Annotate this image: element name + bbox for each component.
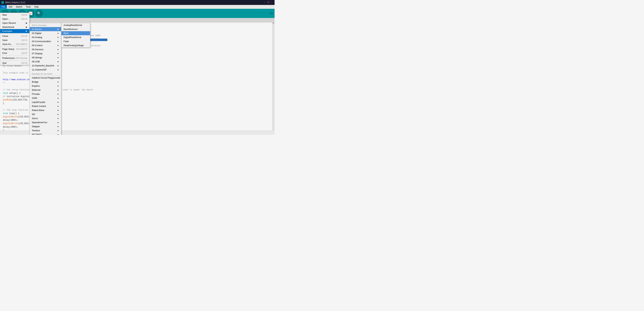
- file-menu-sketchbook[interactable]: Sketchbook ▶: [0, 25, 30, 29]
- examples-robotcontrol[interactable]: Robot Control ▶: [30, 104, 61, 108]
- examples-submenu: Built-in Examples 01.Basics ▶ 02.Digital…: [30, 23, 61, 135]
- basics-fade[interactable]: Fade: [62, 39, 90, 43]
- examples-08strings[interactable]: 08.Strings ▶: [30, 56, 61, 60]
- basics-analogreadserial[interactable]: AnalogReadSerial: [62, 23, 90, 27]
- file-menu-dropdown: New Ctrl+N Open... Ctrl+O Open Recent ▶ …: [0, 13, 30, 65]
- file-menu-examples[interactable]: Examples ▶: [0, 29, 30, 33]
- board-selector[interactable]: [270, 13, 273, 14]
- examples-06sensors[interactable]: 06.Sensors ▶: [30, 47, 61, 52]
- examples-01basics[interactable]: 01.Basics ▶: [30, 27, 61, 31]
- basics-bareminimum[interactable]: BareMinimum: [62, 27, 90, 31]
- file-menu-save[interactable]: Save Ctrl+S: [0, 38, 30, 42]
- examples-02digital[interactable]: 02.Digital ▶: [30, 31, 61, 35]
- menu-file[interactable]: File: [0, 5, 7, 9]
- examples-robotmotor[interactable]: Robot Motor ▶: [30, 108, 61, 112]
- examples-03analog[interactable]: 03.Analog ▶: [30, 35, 61, 39]
- basics-readanalogvoltage[interactable]: ReadAnalogVoltage: [62, 43, 90, 47]
- examples-11arduinoisp[interactable]: 11.ArduinoISP ▶: [30, 68, 61, 72]
- window-title: Blink | Arduino 1.8.12: [5, 1, 262, 4]
- close-button[interactable]: ✕: [270, 1, 273, 4]
- examples-10starterkit[interactable]: 10.StarterKit_BasicKit ▶: [30, 64, 61, 68]
- examples-bridge[interactable]: Bridge ▶: [30, 80, 61, 84]
- menu-edit[interactable]: Edit: [7, 5, 14, 9]
- restore-button[interactable]: ❐: [267, 1, 270, 4]
- examples-esplora[interactable]: Esplora ▶: [30, 84, 61, 88]
- basics-submenu: AnalogReadSerial BareMinimum Blink Digit…: [61, 23, 90, 48]
- examples-09usb[interactable]: 09.USB ▶: [30, 60, 61, 64]
- examples-gsm[interactable]: GSM ▶: [30, 96, 61, 100]
- editor-scrollbar[interactable]: [272, 18, 274, 131]
- file-menu-page-setup[interactable]: Page Setup Ctrl+Shift+P: [0, 47, 30, 51]
- examples-sd[interactable]: SD ▶: [30, 112, 61, 116]
- examples-anyboard-header: Examples for any board: [30, 72, 61, 76]
- window-controls: − ❐ ✕: [263, 1, 273, 4]
- serial-monitor-button[interactable]: 🔍: [35, 10, 43, 17]
- menu-tools[interactable]: Tools: [24, 5, 32, 9]
- basics-blink[interactable]: Blink: [62, 31, 90, 35]
- basics-digitalreadserial[interactable]: DigitalReadSerial: [62, 35, 90, 39]
- file-menu-close[interactable]: Close Ctrl+W: [0, 34, 30, 38]
- examples-liquidcrystal[interactable]: LiquidCrystal ▶: [30, 100, 61, 104]
- file-menu-preferences[interactable]: Preferences Ctrl+Comma: [0, 56, 30, 60]
- file-menu-save-as[interactable]: Save As... Ctrl+Shift+S: [0, 42, 30, 46]
- examples-ethernet[interactable]: Ethernet ▶: [30, 88, 61, 92]
- file-menu-new[interactable]: New Ctrl+N: [0, 13, 30, 17]
- examples-firmata[interactable]: Firmata ▶: [30, 92, 61, 96]
- examples-spacebrewyun[interactable]: SpacebrewYun ▶: [30, 120, 61, 124]
- menu-sketch[interactable]: Sketch: [14, 5, 24, 9]
- examples-retired[interactable]: RETIRED ▶: [30, 133, 61, 135]
- title-bar: Blink | Arduino 1.8.12 − ❐ ✕: [0, 0, 274, 5]
- file-menu-print[interactable]: Print Ctrl+P: [0, 51, 30, 55]
- examples-adafruit[interactable]: Adafruit Circuit Playground ▶: [30, 76, 61, 80]
- file-menu-open-recent[interactable]: Open Recent ▶: [0, 21, 30, 25]
- examples-05control[interactable]: 05.Control ▶: [30, 43, 61, 47]
- app-icon: [2, 1, 4, 4]
- tab-bar: Blink: [0, 18, 274, 23]
- minimize-button[interactable]: −: [263, 1, 266, 4]
- menu-help[interactable]: Help: [32, 5, 40, 9]
- file-menu-quit[interactable]: Quit Ctrl+Q: [0, 61, 30, 65]
- examples-builtin-header: Built-in Examples: [30, 23, 61, 27]
- examples-07display[interactable]: 07.Display ▶: [30, 52, 61, 56]
- toolbar: ✓ → ⊙ 📈 🔍: [0, 9, 274, 18]
- menu-bar: File Edit Sketch Tools Help: [0, 5, 274, 9]
- examples-04communication[interactable]: 04.Communication ▶: [30, 39, 61, 43]
- examples-stepper[interactable]: Stepper ▶: [30, 124, 61, 128]
- examples-servo[interactable]: Servo ▶: [30, 116, 61, 120]
- examples-temboo[interactable]: Temboo ▶: [30, 128, 61, 133]
- file-menu-open[interactable]: Open... Ctrl+O: [0, 17, 30, 21]
